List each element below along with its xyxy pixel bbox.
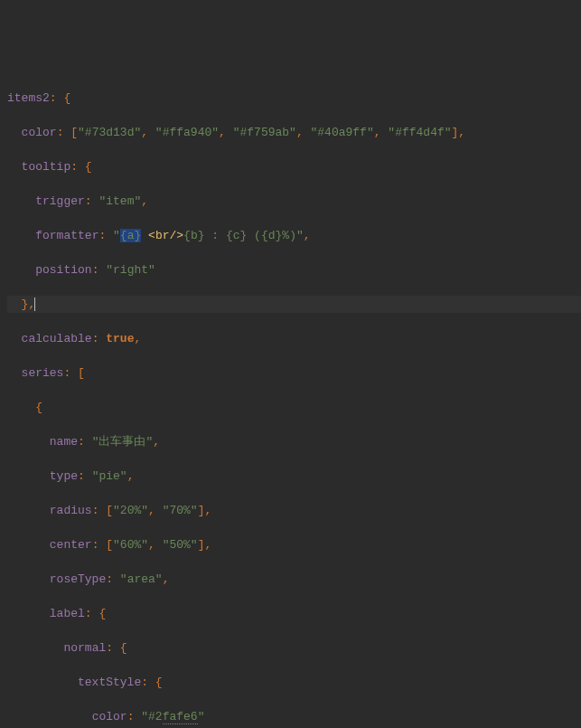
punctuation: : [78, 435, 92, 449]
punctuation: , [148, 538, 163, 552]
string: "item" [98, 194, 141, 208]
property: label [50, 607, 85, 620]
punctuation: , [304, 229, 311, 242]
string: " [198, 710, 205, 723]
punctuation: ], [452, 126, 466, 139]
property: roseType [50, 572, 106, 586]
code-line-current[interactable]: }, [7, 296, 581, 313]
code-line[interactable]: series: [ [7, 364, 581, 382]
string: {d} [261, 229, 282, 242]
punctuation: : { [50, 91, 70, 105]
property: trigger [35, 194, 85, 208]
property: center [50, 538, 92, 552]
code-line[interactable]: normal: { [7, 639, 581, 657]
string [141, 229, 148, 242]
punctuation: ], [198, 538, 212, 552]
punctuation: , [141, 194, 148, 208]
punctuation: : [92, 263, 107, 277]
property: calculable [22, 332, 92, 345]
punctuation: , [148, 504, 163, 517]
string: "pie" [92, 469, 127, 483]
punctuation: , [219, 126, 233, 139]
property: color [92, 710, 127, 723]
code-line[interactable]: items2: { [7, 90, 581, 107]
code-line[interactable]: { [7, 399, 581, 416]
punctuation: : [127, 710, 142, 723]
string: "#ff4d4f" [388, 126, 451, 139]
property: name [50, 435, 78, 449]
string: "area" [120, 572, 163, 586]
code-editor[interactable]: items2: { color: ["#73d13d", "#ffa940", … [0, 69, 581, 728]
punctuation: : { [106, 641, 127, 655]
property: items2 [7, 91, 50, 105]
string: " [113, 229, 120, 242]
punctuation: : [78, 469, 92, 483]
punctuation: , [141, 126, 155, 139]
string: "20%" [113, 504, 148, 517]
string-highlight: {a} [120, 229, 141, 242]
code-line[interactable]: color: ["#73d13d", "#ffa940", "#f759ab",… [7, 124, 581, 141]
punctuation: : [85, 194, 99, 208]
punctuation: { [35, 401, 42, 414]
code-line[interactable]: formatter: "{a} <br/>{b} : {c} ({d}%)", [7, 227, 581, 244]
property: tooltip [22, 160, 71, 174]
string: "50%" [163, 538, 198, 552]
string-warn: fafe6 [163, 710, 198, 724]
code-line[interactable]: tooltip: { [7, 158, 581, 175]
property: formatter [35, 229, 98, 242]
property: normal [63, 641, 106, 655]
string: "出车事由" [92, 435, 154, 449]
property: position [35, 263, 91, 277]
punctuation: : [ [63, 366, 84, 380]
punctuation: : { [141, 676, 162, 689]
punctuation: , [127, 469, 135, 483]
punctuation: , [153, 435, 160, 449]
punctuation: , [374, 126, 389, 139]
property: type [50, 469, 78, 483]
code-line[interactable]: color: "#2fafe6" [7, 708, 581, 725]
property: radius [50, 504, 92, 517]
string: "#40a9ff" [311, 126, 374, 139]
punctuation: , [163, 572, 170, 586]
punctuation: ], [198, 504, 212, 517]
code-line[interactable]: center: ["60%", "50%"], [7, 536, 581, 553]
html-tag: <br/> [148, 229, 183, 242]
code-line[interactable]: roseType: "area", [7, 571, 581, 588]
string: {b} : {c} ( [183, 229, 261, 242]
punctuation: : [92, 332, 107, 345]
code-line[interactable]: type: "pie", [7, 468, 581, 485]
string: "#2 [141, 710, 162, 723]
property: series [22, 366, 64, 380]
string: "60%" [113, 538, 148, 552]
code-line[interactable]: textStyle: { [7, 674, 581, 691]
keyword: true [106, 332, 134, 345]
property: color [22, 126, 57, 139]
string: "70%" [163, 504, 198, 517]
code-line[interactable]: trigger: "item", [7, 193, 581, 210]
code-line[interactable]: label: { [7, 605, 581, 622]
punctuation: , [296, 126, 311, 139]
string: "right" [106, 263, 155, 277]
punctuation: }, [22, 298, 36, 311]
code-line[interactable]: name: "出车事由", [7, 433, 581, 450]
punctuation: : [ [92, 504, 113, 517]
string: "#f759ab" [233, 126, 296, 139]
punctuation: : { [70, 160, 91, 174]
code-line[interactable]: radius: ["20%", "70%"], [7, 502, 581, 519]
property: textStyle [78, 676, 141, 689]
code-line[interactable]: calculable: true, [7, 330, 581, 347]
punctuation: , [134, 332, 141, 345]
punctuation: : [106, 572, 120, 586]
string: %)" [282, 229, 303, 242]
code-line[interactable]: position: "right" [7, 261, 581, 279]
text-caret [34, 298, 35, 311]
string: "#73d13d" [78, 126, 141, 139]
string: "#ffa940" [155, 126, 219, 139]
punctuation: : [ [57, 126, 78, 139]
punctuation: : { [85, 607, 106, 620]
punctuation: : [ [92, 538, 113, 552]
punctuation: : [98, 229, 113, 242]
